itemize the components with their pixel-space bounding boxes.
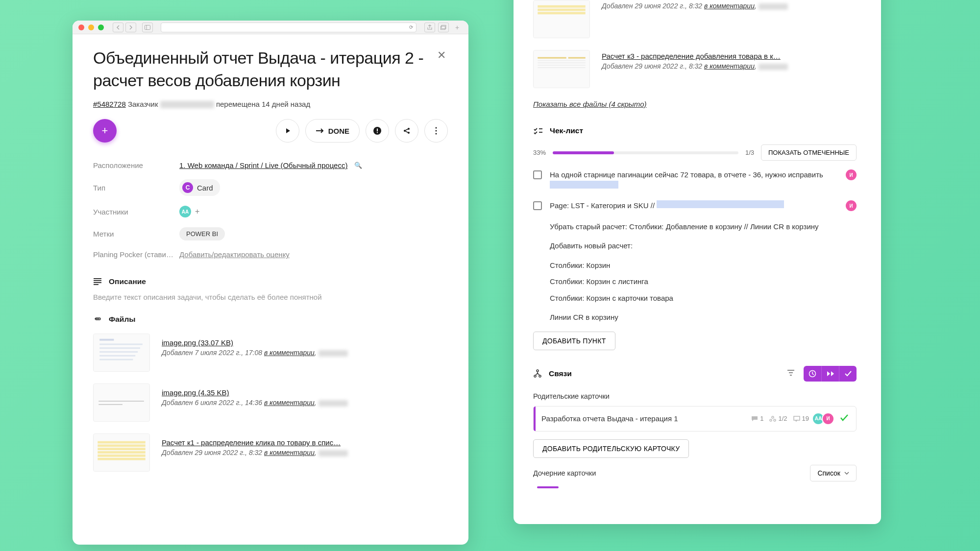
svg-rect-45 [538,65,585,66]
description-placeholder[interactable]: Введите текст описания задачи, чтобы сде… [93,293,448,301]
parent-card-title: Разработка отчета Выдача - итерация 1 [541,414,745,423]
task-meta-line: #5482728 Заказчик перемещена 14 дней наз… [93,100,448,109]
svg-rect-37 [538,5,585,8]
attachment-icon [93,315,102,324]
history-button[interactable] [804,366,821,382]
file-thumbnail[interactable] [533,50,590,88]
task-id-link[interactable]: #5482728 [93,100,126,108]
item-assignee-avatar[interactable]: И [846,169,857,180]
view-mode-dropdown[interactable]: Список [810,465,857,481]
share-browser-btn[interactable] [424,23,435,32]
svg-rect-38 [538,9,585,11]
check-icon [840,414,848,423]
svg-rect-46 [538,67,585,68]
window-maximize-btn[interactable] [98,24,104,30]
poker-action-link[interactable]: Добавить/редактировать оценку [179,250,290,259]
comment-link[interactable]: в комментарии [704,62,755,70]
tabs-btn[interactable] [438,23,449,32]
svg-point-55 [770,419,772,421]
checklist-count: 1/3 [745,149,754,156]
svg-rect-41 [538,57,566,59]
add-assignee-btn[interactable]: + [195,207,199,216]
play-button[interactable] [276,119,299,143]
nav-forward-btn[interactable] [125,23,136,32]
checkbox[interactable] [533,170,542,179]
comment-link[interactable]: в комментарии [264,449,315,456]
checklist-percent: 33% [533,149,546,156]
svg-rect-22 [99,348,140,349]
file-thumbnail[interactable] [93,334,150,372]
redacted-text [657,200,784,208]
show-checked-button[interactable]: ПОКАЗАТЬ ОТМЕЧЕННЫЕ [761,144,857,161]
type-label: Тип [93,184,179,192]
task-card-window-right: Добавлен 29 июня 2022 г., 8:32 в коммент… [514,0,881,524]
close-icon[interactable]: ✕ [435,47,448,64]
file-thumbnail[interactable] [533,0,590,38]
file-name-link[interactable]: image.png (4.35 KB) [162,388,448,397]
comment-link[interactable]: в комментарии [704,2,755,10]
file-name-link[interactable]: Расчет к3 - распределение добавления тов… [602,52,857,60]
show-all-files-link[interactable]: Показать все файлы (4 скрыто) [533,100,857,108]
tags-label: Метки [93,230,179,238]
alert-button[interactable] [366,119,389,143]
more-button[interactable] [424,119,448,143]
add-checklist-item-button[interactable]: ДОБАВИТЬ ПУНКТ [533,332,615,350]
assignee-avatar[interactable]: АА [179,206,191,217]
sidebar-toggle-btn[interactable] [142,23,153,32]
location-link[interactable]: 1. Web команда / Sprint / Live (Обычный … [179,161,347,169]
redacted-text [550,181,618,189]
links-header: Связи [549,369,778,378]
file-name-link[interactable]: Расчет к1 - распределение клика по товар… [162,438,448,447]
assignee-avatar: И [822,412,834,425]
confirm-button[interactable] [839,366,857,382]
file-row: image.png (33.07 KB) Добавлен 7 июля 202… [93,334,448,372]
svg-point-47 [537,370,539,372]
assignees-label: Участники [93,208,179,216]
svg-rect-43 [538,60,585,61]
type-chip[interactable]: C Card [179,179,220,196]
checklist-icon [533,126,543,136]
file-thumbnail[interactable] [93,383,150,422]
svg-rect-24 [99,355,135,357]
svg-point-13 [436,130,437,132]
add-parent-card-button[interactable]: ДОБАВИТЬ РОДИТЕЛЬСКУЮ КАРТОЧКУ [533,439,689,458]
nav-back-btn[interactable] [113,23,123,32]
svg-point-12 [436,127,437,129]
svg-rect-23 [99,351,138,353]
comment-link[interactable]: в комментарии [264,349,315,357]
new-tab-btn[interactable]: + [452,23,463,32]
fast-forward-button[interactable] [821,366,839,382]
people-count: 1/2 [769,415,787,422]
svg-rect-32 [98,448,145,451]
comment-count: 1 [751,415,763,422]
svg-rect-20 [99,339,114,341]
blurred-name [318,400,348,407]
files-header: Файлы [109,315,135,324]
svg-rect-57 [794,416,800,420]
share-button[interactable] [395,119,418,143]
search-icon[interactable]: 🔍 [354,162,362,169]
file-thumbnail[interactable] [93,433,150,472]
svg-rect-34 [98,455,145,457]
file-name-link[interactable]: image.png (33.07 KB) [162,338,448,347]
window-close-btn[interactable] [78,24,84,30]
window-minimize-btn[interactable] [88,24,94,30]
svg-point-14 [436,133,437,135]
svg-line-10 [406,129,408,131]
tag-chip[interactable]: POWER BI [179,227,225,240]
svg-line-11 [406,131,408,133]
svg-point-48 [534,375,536,377]
url-bar[interactable]: ⟳ [161,23,416,32]
parent-card[interactable]: Разработка отчета Выдача - итерация 1 1 … [533,406,857,431]
checkbox[interactable] [533,201,542,210]
comment-link[interactable]: в комментарии [264,399,315,407]
add-fab-button[interactable]: + [93,119,117,143]
done-button[interactable]: DONE [305,119,360,143]
item-assignee-avatar[interactable]: И [846,200,857,211]
svg-point-49 [539,375,541,377]
checklist-item-text: На одной старнице пагинации сейчас 72 то… [550,169,838,192]
filter-icon[interactable] [785,367,797,380]
reload-icon[interactable]: ⟳ [409,24,413,30]
svg-rect-6 [377,132,378,133]
blurred-name [160,101,214,108]
